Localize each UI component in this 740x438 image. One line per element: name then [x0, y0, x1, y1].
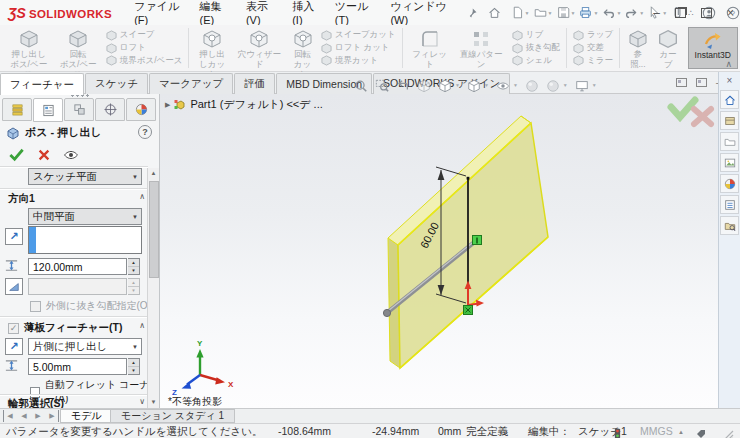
maximize-icon[interactable]: [701, 8, 712, 18]
thickness-input[interactable]: [28, 358, 127, 375]
scroll-up-icon[interactable]: ▲: [148, 168, 159, 179]
menu-view[interactable]: 表示(V): [246, 0, 277, 26]
reference-geometry-button[interactable]: 参照... ▼: [623, 27, 652, 69]
undo-icon[interactable]: ▼: [602, 6, 621, 19]
linear-pattern-button[interactable]: 直線パターン ▼: [453, 27, 508, 69]
scroll-down-icon[interactable]: ▼: [148, 397, 159, 408]
appearances-button[interactable]: [720, 174, 739, 193]
thin-reverse-button[interactable]: ↗: [5, 338, 23, 355]
view-palette-button[interactable]: [720, 153, 739, 172]
open-icon[interactable]: ▼: [534, 6, 553, 19]
menu-insert[interactable]: 挿入(I): [292, 0, 320, 26]
wrap-button[interactable]: ラップ: [573, 29, 613, 42]
curves-button[interactable]: カーブ ▼: [652, 27, 683, 69]
edit-appearance-icon[interactable]: [525, 76, 539, 94]
reverse-direction-button[interactable]: ↗: [5, 228, 23, 245]
pm-scrollbar[interactable]: ▲ ▼: [147, 168, 159, 408]
menu-window[interactable]: ウィンドウ(W): [390, 0, 453, 26]
sweep-button[interactable]: スイープ: [106, 29, 183, 42]
end-condition-combo[interactable]: 中間平面 ▼: [28, 208, 142, 225]
selected-contours-expand-icon[interactable]: ∨: [139, 397, 145, 406]
part-tree-label[interactable]: Part1 (デフォルト) <<デ ...: [190, 97, 322, 112]
menu-tools[interactable]: ツール(T): [335, 0, 376, 26]
previous-view-icon[interactable]: [396, 76, 410, 94]
tab-markup[interactable]: マークアップ: [149, 73, 233, 94]
zoom-fit-icon[interactable]: [354, 76, 368, 94]
revolve-cut-button[interactable]: 回転 カット: [287, 27, 318, 69]
sweep-cut-button[interactable]: スイープカット: [321, 29, 396, 42]
feature-tree-flyout[interactable]: ▶ Part1 (デフォルト) <<デ ...: [165, 97, 323, 112]
thin-feature-collapse-icon[interactable]: ∧: [139, 321, 145, 330]
sketch-endpoint[interactable]: [467, 177, 470, 180]
draft-button[interactable]: 抜き勾配: [512, 42, 560, 55]
mirror-button[interactable]: ミラー: [573, 54, 613, 67]
forum-button[interactable]: [720, 216, 739, 235]
thin-type-combo[interactable]: 片側に押し出し ▼: [28, 338, 142, 355]
minimize-icon[interactable]: –: [653, 6, 660, 20]
view-orientation-icon[interactable]: [438, 76, 452, 94]
depth-spinner[interactable]: ▲▼: [128, 258, 140, 275]
pane-right-icon[interactable]: [696, 78, 707, 87]
tab-evaluate[interactable]: 評価: [234, 73, 275, 94]
new-document-icon[interactable]: ▼: [511, 6, 530, 19]
zoom-area-icon[interactable]: [375, 76, 389, 94]
configuration-manager-tab[interactable]: [64, 98, 94, 121]
rod-end-handle[interactable]: [383, 309, 390, 316]
feature-manager-tab[interactable]: [2, 98, 32, 121]
preview-eye-icon[interactable]: [63, 147, 79, 163]
task-pane-close-icon[interactable]: ×: [719, 72, 740, 90]
units-caret-icon[interactable]: ▲: [678, 429, 684, 435]
direction1-header[interactable]: 方向1: [8, 192, 35, 206]
extrude-boss-button[interactable]: 押し出し ボス/ベース: [4, 27, 53, 69]
pane-left-icon[interactable]: [676, 78, 687, 87]
display-style-icon[interactable]: [467, 76, 481, 94]
direction1-collapse-icon[interactable]: ∧: [139, 192, 145, 201]
tag-icon[interactable]: [696, 427, 706, 438]
pm-help-icon[interactable]: ?: [138, 125, 152, 139]
expand-arrow-icon[interactable]: ▶: [165, 101, 170, 109]
apply-scene-icon[interactable]: [546, 76, 560, 94]
revolve-boss-button[interactable]: 回転 ボス/ベース: [53, 27, 102, 69]
hole-wizard-button[interactable]: 穴ウィザード ▼: [232, 27, 287, 69]
pin-icon[interactable]: [466, 7, 478, 19]
print-icon[interactable]: ▼: [579, 6, 598, 19]
custom-properties-button[interactable]: [720, 195, 739, 214]
graphics-viewport[interactable]: 60.00 Y X Z: [160, 94, 718, 408]
display-manager-tab[interactable]: [126, 98, 156, 121]
shell-button[interactable]: シェル: [512, 54, 560, 67]
loft-cut-button[interactable]: ロフト カット: [321, 42, 396, 55]
hide-show-icon[interactable]: [496, 76, 510, 94]
first-tab-icon[interactable]: ◀: [3, 410, 16, 422]
dimxpert-manager-tab[interactable]: [95, 98, 125, 121]
boundary-cut-button[interactable]: 境界カット: [321, 54, 396, 67]
motion-study-tab[interactable]: モーション スタディ 1: [110, 409, 235, 423]
menu-file[interactable]: ファイル(F): [134, 0, 184, 26]
next-tab-icon[interactable]: ▶: [32, 410, 44, 422]
direction-selection-listbox[interactable]: [28, 226, 142, 254]
start-condition-combo[interactable]: スケッチ平面 ▼: [28, 168, 142, 185]
fillet-button[interactable]: フィレット ▼: [406, 27, 454, 69]
intersect-button[interactable]: 交差: [573, 42, 613, 55]
redo-icon[interactable]: ▼: [625, 6, 644, 19]
last-tab-icon[interactable]: ▶: [46, 410, 59, 422]
ok-check-icon[interactable]: [8, 146, 25, 163]
restore-icon[interactable]: [675, 8, 686, 18]
property-manager-tab[interactable]: [33, 98, 63, 122]
file-explorer-button[interactable]: [720, 132, 739, 151]
thickness-spinner[interactable]: ▲▼: [128, 358, 140, 375]
rib-button[interactable]: リブ: [512, 29, 560, 42]
thin-feature-checkbox[interactable]: [8, 323, 19, 334]
scroll-thumb[interactable]: [149, 181, 159, 278]
loft-button[interactable]: ロフト: [106, 42, 183, 55]
home-icon[interactable]: [488, 6, 501, 19]
tab-sketch[interactable]: スケッチ: [85, 73, 148, 94]
boundary-boss-button[interactable]: 境界ボス/ベース: [106, 54, 183, 67]
thin-feature-header[interactable]: 薄板フィーチャー(T): [24, 321, 122, 335]
resize-grip-icon[interactable]: [724, 428, 734, 438]
units-selector[interactable]: MMGS: [640, 425, 673, 437]
close-icon[interactable]: ×: [727, 6, 734, 20]
menu-edit[interactable]: 編集(E): [200, 0, 231, 26]
extrude-cut-button[interactable]: 押し出 しカット: [192, 27, 231, 69]
cancel-x-icon[interactable]: [37, 147, 51, 161]
draft-button[interactable]: [5, 278, 23, 295]
